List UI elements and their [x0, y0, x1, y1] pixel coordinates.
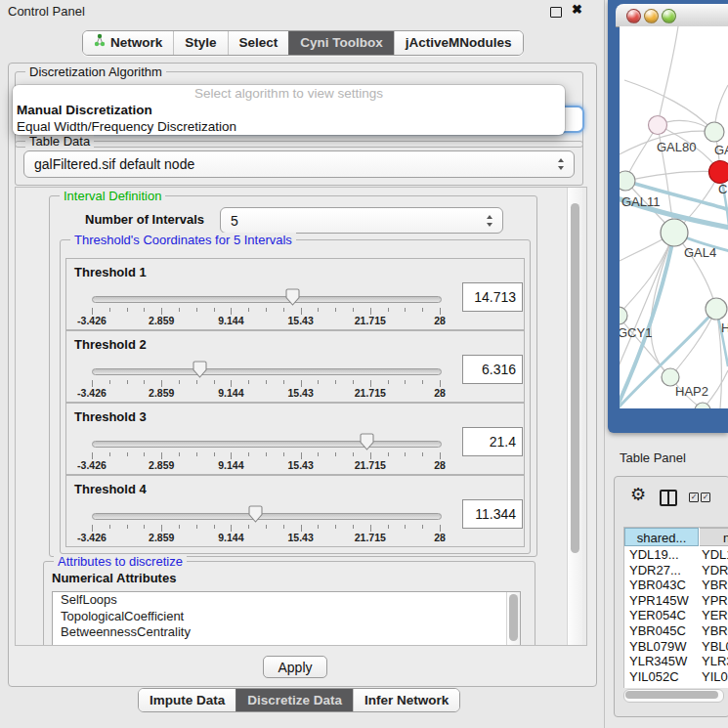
threshold-coordinates-group-title: Threshold's Coordinates for 5 Intervals [70, 233, 296, 247]
tick-mark [353, 525, 354, 529]
numerical-attributes-list[interactable]: SelfLoopsTopologicalCoefficientBetweenne… [52, 591, 521, 646]
tick-mark [127, 452, 128, 456]
tick-mark [161, 525, 162, 532]
node-table[interactable]: shared...naYDL19...YDL19...YDR27...YDR27… [623, 527, 728, 688]
slider-handle[interactable] [360, 433, 374, 450]
network-view-window: GAL80GACGAL11GAL4GCY1HHAP2 [608, 0, 728, 433]
threshold-value-field[interactable]: 14.713 [462, 282, 523, 312]
close-light-icon[interactable] [626, 9, 641, 23]
node-label-hap2: HAP2 [675, 384, 708, 399]
dropdown-item-equal-width-frequency[interactable]: Equal Width/Frequency Discretization [13, 118, 565, 135]
list-item-selfloops[interactable]: SelfLoops [53, 592, 520, 609]
tick-mark [214, 308, 215, 312]
table-row[interactable]: YDR27...YDR27... [624, 563, 728, 578]
tab-cyni-toolbox[interactable]: Cyni Toolbox [288, 31, 394, 55]
tab-impute-data[interactable]: Impute Data [139, 689, 236, 711]
tick-mark [440, 452, 441, 459]
slider-track[interactable] [92, 296, 442, 303]
apply-button[interactable]: Apply [263, 656, 327, 678]
dropdown-item-placeholder[interactable]: Select algorithm to view settings [13, 85, 565, 102]
table-data-group: Table Data galFiltered.sif default node [15, 141, 583, 186]
scrollbar-thumb[interactable] [625, 691, 718, 699]
zoom-light-icon[interactable] [662, 9, 676, 23]
threshold-value-field[interactable]: 6.316 [462, 355, 523, 384]
tick-label: 9.144 [218, 459, 243, 471]
tab-discretize-data[interactable]: Discretize Data [236, 689, 353, 711]
scrollbar-thumb[interactable] [571, 203, 579, 553]
tab-style[interactable]: Style [173, 31, 227, 55]
numerical-attributes-label: Numerical Attributes [52, 571, 176, 585]
tick-mark [196, 525, 197, 529]
tick-mark [161, 380, 162, 387]
tick-mark [161, 452, 162, 459]
tick-mark [214, 380, 215, 384]
network-edge[interactable] [620, 233, 674, 368]
network-edge[interactable] [658, 26, 678, 125]
network-node[interactable] [649, 116, 667, 135]
table-row[interactable]: YER054CYER054C [624, 608, 728, 623]
tick-label: 28 [434, 459, 446, 471]
column-header-name[interactable]: na [700, 528, 728, 546]
network-node[interactable] [705, 122, 724, 142]
columns-icon[interactable] [660, 490, 677, 506]
tab-infer-network[interactable]: Infer Network [353, 689, 459, 711]
network-node[interactable] [661, 219, 688, 246]
checkbox-icon[interactable]: ✓ [689, 492, 699, 502]
dropdown-item-manual-discretization[interactable]: Manual Discretization [13, 102, 565, 118]
close-icon[interactable]: ✖ [572, 2, 582, 17]
table-row[interactable]: YIL052CYIL052C [624, 669, 728, 685]
number-of-intervals-combobox[interactable]: 5 [220, 207, 503, 234]
network-graph[interactable]: GAL80GACGAL11GAL4GCY1HHAP2 [620, 26, 728, 408]
slider-handle[interactable] [193, 361, 207, 378]
combo-spinner-icon [486, 215, 494, 227]
tab-network[interactable]: Network [83, 31, 173, 55]
slider-track[interactable] [92, 368, 442, 375]
slider-handle[interactable] [285, 288, 300, 306]
tick-label: 2.859 [149, 315, 174, 326]
screenshot-root: Control Panel ✖ NetworkStyleSelectCyni T… [0, 0, 728, 728]
table-row[interactable]: YBL079WYBL079W [624, 639, 728, 655]
list-vertical-scrollbar[interactable] [506, 592, 520, 646]
list-item-betweennesscentrality[interactable]: BetweennessCentrality [53, 624, 520, 641]
threshold-value-field[interactable]: 21.4 [462, 427, 523, 456]
tick-mark [318, 452, 319, 456]
tick-label: 15.43 [287, 459, 313, 471]
tick-mark [248, 308, 249, 312]
network-node[interactable] [709, 161, 728, 184]
list-item-topologicalcoefficient[interactable]: TopologicalCoefficient [53, 609, 520, 625]
network-node[interactable] [620, 171, 635, 191]
horizontal-scrollbar[interactable] [623, 689, 724, 703]
table-row[interactable]: YBR045CYBR045C [624, 623, 728, 639]
table-row[interactable]: YPR145WYPR145W [624, 593, 728, 609]
table-data-combobox[interactable]: galFiltered.sif default node [23, 150, 575, 178]
network-edge[interactable] [625, 171, 720, 181]
minimize-light-icon[interactable] [644, 9, 659, 23]
table-row[interactable]: YBR043CYBR043C [624, 578, 728, 593]
network-node[interactable] [620, 307, 627, 324]
table-row[interactable]: YDL19...YDL19... [624, 547, 728, 563]
tick-mark [353, 380, 354, 384]
slider-handle[interactable] [248, 505, 263, 523]
settings-vertical-scrollbar[interactable] [567, 188, 582, 645]
network-node[interactable] [706, 298, 727, 320]
slider-track[interactable] [92, 441, 442, 448]
tick-mark [109, 380, 110, 384]
threshold-row-2: Threshold 2-3.4262.8599.14415.4321.71528… [65, 330, 525, 403]
tick-mark [301, 525, 302, 532]
tick-mark [335, 308, 336, 312]
table-row[interactable]: YLR345WYLR345W [624, 654, 728, 669]
tick-mark [144, 452, 145, 456]
threshold-value-field[interactable]: 11.344 [462, 499, 523, 529]
column-header-shared[interactable]: shared... [624, 528, 699, 546]
network-edge[interactable] [670, 309, 716, 377]
float-window-icon[interactable] [550, 7, 562, 18]
network-canvas[interactable]: GAL80GACGAL11GAL4GCY1HHAP2 [620, 26, 728, 408]
gear-icon[interactable]: ⚙ [630, 486, 646, 503]
cyni-bottom-tab-bar: Impute DataDiscretize DataInfer Network [138, 688, 460, 712]
tick-mark [127, 525, 128, 529]
scrollbar-thumb[interactable] [509, 594, 518, 641]
checkbox-icon[interactable]: ✓ [701, 492, 710, 502]
tab-jactivemnodules[interactable]: jActiveMNodules [394, 31, 523, 55]
slider-track[interactable] [92, 513, 442, 520]
tab-select[interactable]: Select [228, 31, 289, 55]
